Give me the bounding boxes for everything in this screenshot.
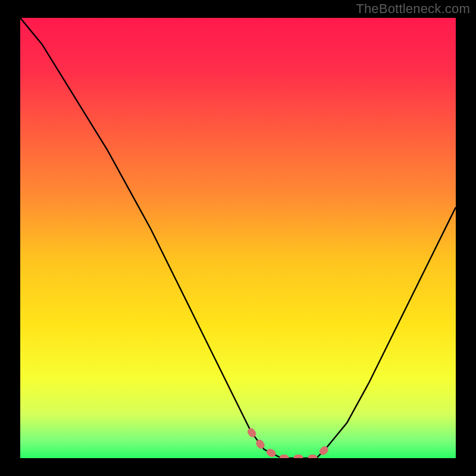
- gradient-background: [20, 18, 456, 458]
- plot-area: [20, 18, 456, 458]
- watermark-text: TheBottleneck.com: [356, 1, 470, 17]
- chart-svg: [0, 0, 476, 476]
- chart-root: TheBottleneck.com: [0, 0, 476, 476]
